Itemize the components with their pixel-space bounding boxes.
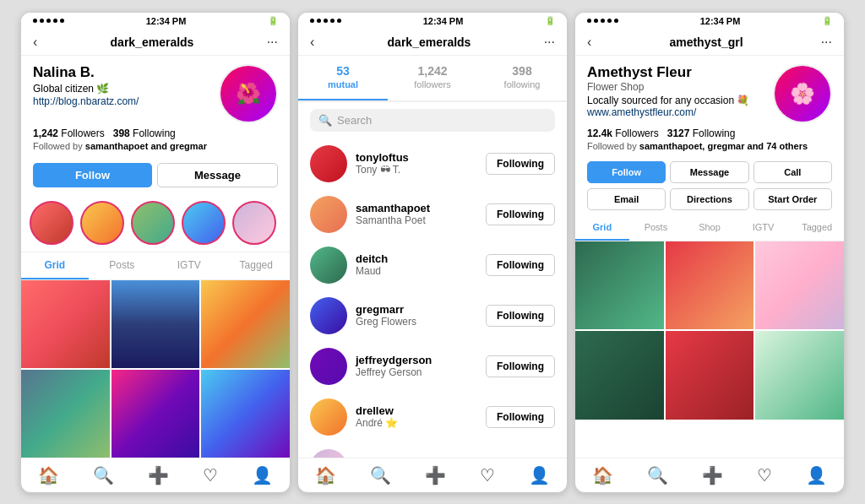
nav-home-2[interactable]: 🏠 — [315, 465, 336, 485]
biz-tab-grid[interactable]: Grid — [575, 215, 629, 241]
directions-button[interactable]: Directions — [670, 188, 748, 210]
call-button[interactable]: Call — [753, 161, 832, 183]
story-1[interactable] — [30, 201, 73, 245]
business-link[interactable]: www.amethystfleur.com/ — [587, 106, 749, 118]
biz-tab-posts[interactable]: Posts — [629, 215, 683, 241]
flower-cell-4[interactable] — [575, 331, 664, 420]
menu-button-2[interactable]: ··· — [544, 35, 555, 50]
follower-info-3: deitch Maud — [356, 252, 477, 277]
follower-avatar-1[interactable] — [310, 145, 347, 182]
flower-cell-2[interactable] — [666, 241, 754, 330]
follower-avatar-2[interactable] — [310, 196, 347, 233]
nav-search-3[interactable]: 🔍 — [647, 465, 668, 485]
tab-followers[interactable]: 1,242 followers — [388, 56, 477, 100]
nav-heart-1[interactable]: ♡ — [203, 465, 218, 485]
flower-cell-3[interactable] — [755, 241, 844, 330]
following-button-5[interactable]: Following — [486, 355, 555, 377]
nav-home-3[interactable]: 🏠 — [592, 465, 613, 485]
nav-add-2[interactable]: ➕ — [425, 465, 446, 485]
avatar-image: 🌺 — [220, 66, 276, 122]
grid-cell-1[interactable] — [21, 280, 110, 369]
nav-heart-3[interactable]: ♡ — [757, 465, 772, 485]
status-time-3: 12:34 PM — [700, 16, 741, 26]
grid-cell-6[interactable] — [201, 370, 290, 457]
follow-button-1[interactable]: Follow — [33, 163, 152, 187]
nav-home-1[interactable]: 🏠 — [38, 465, 59, 485]
message-button-1[interactable]: Message — [157, 163, 278, 187]
business-avatar-image: 🌸 — [775, 66, 830, 122]
profile-name: Nalina B. — [33, 64, 139, 81]
back-button-2[interactable]: ‹ — [310, 35, 314, 50]
list-item: deitch Maud Following — [298, 240, 567, 290]
nav-profile-3[interactable]: 👤 — [806, 465, 827, 485]
tab-posts[interactable]: Posts — [89, 252, 156, 279]
biz-tab-tagged[interactable]: Tagged — [790, 215, 844, 241]
following-button-2[interactable]: Following — [486, 203, 555, 225]
business-action-row-2: Email Directions Start Order — [587, 188, 832, 210]
business-action-row-1: Follow Message Call — [587, 161, 832, 183]
following-button-3[interactable]: Following — [486, 254, 555, 276]
follower-name-3: Maud — [356, 265, 477, 277]
flower-cell-5[interactable] — [666, 331, 754, 420]
following-button-1[interactable]: Following — [486, 153, 555, 175]
biz-tab-shop[interactable]: Shop — [683, 215, 737, 241]
follower-avatar-5[interactable] — [310, 348, 347, 385]
back-button-3[interactable]: ‹ — [587, 35, 591, 50]
nav-add-1[interactable]: ➕ — [148, 465, 169, 485]
tab-following[interactable]: 398 following — [477, 56, 567, 100]
nav-heart-2[interactable]: ♡ — [480, 465, 495, 485]
follower-avatar-6[interactable] — [310, 398, 347, 436]
nav-profile-1[interactable]: 👤 — [252, 465, 273, 485]
nav-search-2[interactable]: 🔍 — [370, 465, 391, 485]
tab-grid[interactable]: Grid — [21, 252, 89, 279]
follower-username-4: gregmarr — [356, 303, 477, 316]
flower-cell-1[interactable] — [575, 241, 664, 330]
business-top: Amethyst Fleur Flower Shop Locally sourc… — [587, 64, 832, 123]
story-5[interactable] — [232, 201, 276, 245]
follower-info-4: gregmarr Greg Flowers — [356, 303, 477, 328]
following-button-4[interactable]: Following — [486, 305, 555, 327]
story-2[interactable] — [80, 201, 124, 245]
business-followers-count: 12.4k Followers — [587, 127, 659, 139]
header-title-2: dark_emeralds — [388, 35, 471, 49]
follower-name-2: Samantha Poet — [356, 214, 477, 226]
phone-business: 12:34 PM 🔋 ‹ amethyst_grl ··· Amethyst F… — [574, 12, 845, 493]
list-item: ericafahr — [298, 442, 567, 458]
tab-igtv[interactable]: IGTV — [155, 252, 223, 279]
back-button-1[interactable]: ‹ — [33, 35, 37, 50]
grid-cell-2[interactable] — [112, 280, 200, 369]
follower-info-1: tonyloftus Tony 🕶 T. — [356, 151, 477, 176]
follower-name-5: Jeffrey Gerson — [356, 366, 477, 378]
follower-username-3: deitch — [356, 252, 477, 265]
nav-profile-2[interactable]: 👤 — [529, 465, 550, 485]
grid-cell-4[interactable] — [21, 370, 110, 457]
grid-cell-5[interactable] — [112, 370, 200, 457]
menu-button-1[interactable]: ··· — [267, 35, 278, 50]
email-button[interactable]: Email — [587, 188, 666, 210]
follower-avatar-3[interactable] — [310, 247, 347, 284]
follower-info-2: samanthapoet Samantha Poet — [356, 202, 477, 226]
follow-button-3[interactable]: Follow — [587, 161, 666, 183]
story-3[interactable] — [131, 201, 175, 245]
start-order-button[interactable]: Start Order — [753, 188, 832, 210]
follower-avatar-7[interactable] — [310, 449, 347, 458]
tab-tagged[interactable]: Tagged — [223, 252, 291, 279]
grid-cell-3[interactable] — [201, 280, 290, 369]
list-item: samanthapoet Samantha Poet Following — [298, 189, 567, 240]
header-title-3: amethyst_grl — [669, 35, 743, 49]
story-4[interactable] — [182, 201, 226, 245]
nav-add-3[interactable]: ➕ — [702, 465, 723, 485]
flower-cell-6[interactable] — [755, 331, 844, 420]
business-name: Amethyst Fleur — [587, 64, 749, 81]
menu-button-3[interactable]: ··· — [821, 35, 832, 50]
status-bar-2: 12:34 PM 🔋 — [298, 13, 567, 30]
tab-mutual[interactable]: 53 mutual — [298, 56, 388, 100]
biz-tab-igtv[interactable]: IGTV — [737, 215, 791, 241]
profile-stats: 1,242 Followers 398 Following — [33, 127, 278, 139]
search-bar[interactable]: 🔍 Search — [310, 109, 555, 132]
follower-avatar-4[interactable] — [310, 297, 347, 334]
nav-search-1[interactable]: 🔍 — [93, 465, 114, 485]
following-button-6[interactable]: Following — [486, 406, 555, 428]
profile-link[interactable]: http://blog.nbaratz.com/ — [33, 95, 139, 107]
message-button-3[interactable]: Message — [670, 161, 748, 183]
